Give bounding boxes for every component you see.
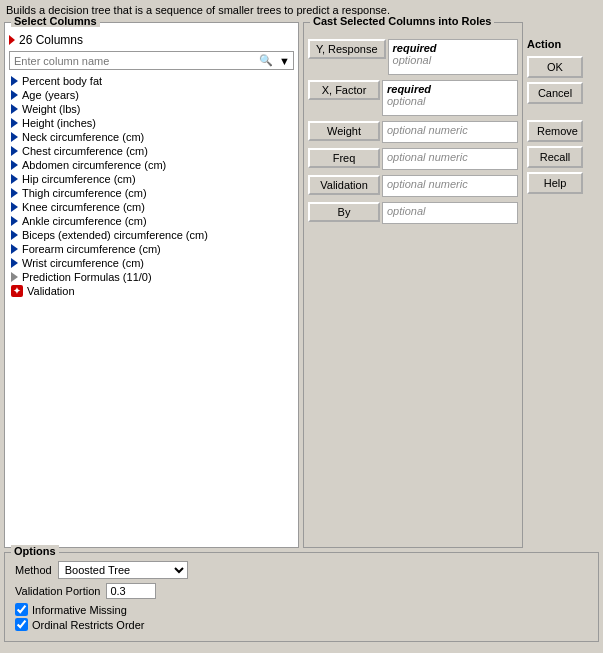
list-item[interactable]: Prediction Formulas (11/0): [9, 270, 294, 284]
triangle-icon: [11, 76, 18, 86]
role-row: X, Factorrequiredoptional: [308, 80, 518, 116]
triangle-icon: [11, 202, 18, 212]
list-item[interactable]: Wrist circumference (cm): [9, 256, 294, 270]
column-name: Prediction Formulas (11/0): [22, 271, 152, 283]
list-item[interactable]: Ankle circumference (cm): [9, 214, 294, 228]
triangle-icon: [11, 258, 18, 268]
validation-icon: ✦: [11, 285, 23, 297]
role-optional-label: optional numeric: [387, 151, 513, 163]
column-name: Neck circumference (cm): [22, 131, 144, 143]
checkbox-label: Informative Missing: [32, 604, 127, 616]
action-panel: Action OK Cancel Remove Recall Help: [527, 22, 587, 548]
recall-button[interactable]: Recall: [527, 146, 583, 168]
validation-portion-label: Validation Portion: [15, 585, 100, 597]
options-title: Options: [11, 545, 59, 557]
validation-portion-input[interactable]: [106, 583, 156, 599]
checkbox-row: Ordinal Restricts Order: [15, 618, 588, 631]
columns-header: 26 Columns: [9, 33, 294, 47]
checkbox-input[interactable]: [15, 603, 28, 616]
list-item[interactable]: Forearm circumference (cm): [9, 242, 294, 256]
role-optional-label: optional numeric: [387, 124, 513, 136]
role-button[interactable]: Freq: [308, 148, 380, 168]
column-name: Knee circumference (cm): [22, 201, 145, 213]
column-name: Abdomen circumference (cm): [22, 159, 166, 171]
role-values: requiredoptional: [388, 39, 518, 75]
role-row: Weightoptional numeric: [308, 121, 518, 143]
role-row: Byoptional: [308, 202, 518, 224]
role-optional-label: optional: [387, 95, 513, 107]
search-input[interactable]: [10, 53, 256, 69]
method-select[interactable]: Boosted TreeDecision TreeBootstrap Fores…: [58, 561, 188, 579]
role-values: requiredoptional: [382, 80, 518, 116]
role-required-label: required: [393, 42, 513, 54]
column-name: Weight (lbs): [22, 103, 80, 115]
column-name: Thigh circumference (cm): [22, 187, 147, 199]
triangle-icon: [11, 188, 18, 198]
search-dropdown-button[interactable]: ▼: [276, 53, 293, 69]
column-name: Height (inches): [22, 117, 96, 129]
checkbox-input[interactable]: [15, 618, 28, 631]
list-item[interactable]: Neck circumference (cm): [9, 130, 294, 144]
role-optional-label: optional: [393, 54, 513, 66]
role-button[interactable]: Validation: [308, 175, 380, 195]
role-button[interactable]: By: [308, 202, 380, 222]
column-name: Biceps (extended) circumference (cm): [22, 229, 208, 241]
list-item[interactable]: Percent body fat: [9, 74, 294, 88]
cast-columns-title: Cast Selected Columns into Roles: [310, 15, 494, 27]
column-name: Forearm circumference (cm): [22, 243, 161, 255]
role-values: optional: [382, 202, 518, 224]
list-item[interactable]: ✦Validation: [9, 284, 294, 298]
list-item[interactable]: Biceps (extended) circumference (cm): [9, 228, 294, 242]
list-item[interactable]: Abdomen circumference (cm): [9, 158, 294, 172]
select-columns-panel: Select Columns 26 Columns 🔍 ▼ Percent bo…: [4, 22, 299, 548]
cast-columns-panel: Cast Selected Columns into Roles Y, Resp…: [303, 22, 523, 548]
list-item[interactable]: Hip circumference (cm): [9, 172, 294, 186]
cancel-button[interactable]: Cancel: [527, 82, 583, 104]
triangle-icon: [11, 230, 18, 240]
role-button[interactable]: Y, Response: [308, 39, 386, 59]
triangle-icon: [11, 118, 18, 128]
role-values: optional numeric: [382, 121, 518, 143]
role-row: Y, Responserequiredoptional: [308, 39, 518, 75]
columns-count: 26 Columns: [19, 33, 83, 47]
column-name: Hip circumference (cm): [22, 173, 136, 185]
method-label: Method: [15, 564, 52, 576]
triangle-icon: [11, 90, 18, 100]
role-values: optional numeric: [382, 175, 518, 197]
column-list: Percent body fatAge (years)Weight (lbs)H…: [9, 74, 294, 298]
help-button[interactable]: Help: [527, 172, 583, 194]
role-optional-label: optional: [387, 205, 513, 217]
ok-button[interactable]: OK: [527, 56, 583, 78]
triangle-right-icon: [11, 272, 18, 282]
triangle-icon: [11, 160, 18, 170]
collapse-arrow-icon[interactable]: [9, 35, 15, 45]
list-item[interactable]: Height (inches): [9, 116, 294, 130]
list-item[interactable]: Age (years): [9, 88, 294, 102]
list-item[interactable]: Chest circumference (cm): [9, 144, 294, 158]
role-required-label: required: [387, 83, 513, 95]
column-name: Ankle circumference (cm): [22, 215, 147, 227]
column-name: Percent body fat: [22, 75, 102, 87]
list-item[interactable]: Knee circumference (cm): [9, 200, 294, 214]
column-name: Age (years): [22, 89, 79, 101]
list-item[interactable]: Thigh circumference (cm): [9, 186, 294, 200]
column-name: Chest circumference (cm): [22, 145, 148, 157]
action-title: Action: [527, 38, 587, 50]
column-name: Validation: [27, 285, 75, 297]
method-row: Method Boosted TreeDecision TreeBootstra…: [15, 561, 588, 579]
checkbox-label: Ordinal Restricts Order: [32, 619, 144, 631]
search-row: 🔍 ▼: [9, 51, 294, 70]
options-panel: Options Method Boosted TreeDecision Tree…: [4, 552, 599, 642]
role-row: Freqoptional numeric: [308, 148, 518, 170]
role-row: Validationoptional numeric: [308, 175, 518, 197]
search-button[interactable]: 🔍: [256, 52, 276, 69]
role-button[interactable]: Weight: [308, 121, 380, 141]
validation-portion-row: Validation Portion: [15, 583, 588, 599]
triangle-icon: [11, 132, 18, 142]
triangle-icon: [11, 216, 18, 226]
role-button[interactable]: X, Factor: [308, 80, 380, 100]
list-item[interactable]: Weight (lbs): [9, 102, 294, 116]
column-name: Wrist circumference (cm): [22, 257, 144, 269]
remove-button[interactable]: Remove: [527, 120, 583, 142]
role-optional-label: optional numeric: [387, 178, 513, 190]
